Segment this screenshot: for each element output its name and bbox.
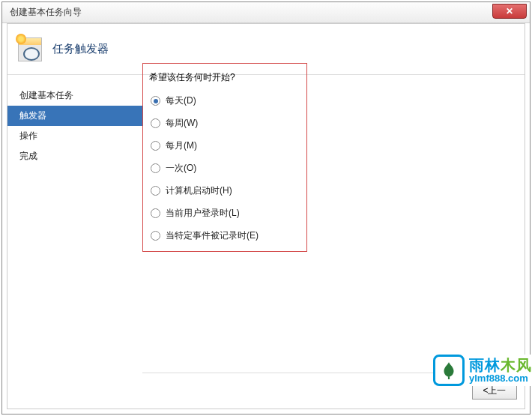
radio-icon [151, 163, 160, 173]
watermark-text: 雨林木风 ylmf888.com [469, 357, 532, 384]
window-title: 创建基本任务向导 [10, 6, 82, 19]
watermark-cn-part2: 木风 [501, 357, 532, 373]
watermark-cn: 雨林木风 [469, 357, 532, 373]
radio-once[interactable]: 一次(O) [151, 162, 299, 175]
close-button[interactable]: ✕ [492, 4, 527, 19]
radio-label: 每周(W) [166, 117, 198, 130]
watermark-url: ylmf888.com [469, 373, 532, 384]
radio-label: 当前用户登录时(L) [166, 207, 240, 220]
sidebar: 创建基本任务 触发器 操作 完成 [7, 75, 142, 409]
prompt-text: 希望该任务何时开始? [149, 71, 299, 84]
close-icon: ✕ [506, 6, 513, 16]
sidebar-item-finish[interactable]: 完成 [7, 146, 142, 166]
radio-monthly[interactable]: 每月(M) [151, 139, 299, 152]
watermark-logo-icon [433, 355, 465, 386]
sidebar-item-label: 完成 [19, 151, 37, 161]
page-title: 任务触发器 [52, 42, 109, 56]
trigger-options-group: 希望该任务何时开始? 每天(D) 每周(W) 每月(M) [142, 63, 307, 252]
radio-label: 计算机启动时(H) [166, 184, 232, 197]
radio-icon [151, 208, 160, 218]
task-scheduler-icon [18, 37, 42, 61]
sidebar-item-trigger[interactable]: 触发器 [7, 106, 142, 126]
titlebar: 创建基本任务向导 ✕ [2, 2, 530, 23]
radio-label: 每天(D) [166, 94, 196, 107]
radio-label: 一次(O) [166, 162, 196, 175]
inner-panel: 任务触发器 创建基本任务 触发器 操作 完成 希望该任务何时开始? [7, 23, 525, 409]
radio-icon [151, 141, 160, 151]
radio-daily[interactable]: 每天(D) [151, 94, 299, 107]
radio-icon [151, 96, 160, 106]
radio-icon [151, 231, 160, 241]
sidebar-item-label: 操作 [19, 130, 37, 141]
back-button-label: <上一 [483, 385, 506, 397]
watermark: 雨林木风 ylmf888.com [433, 355, 532, 386]
radio-on-startup[interactable]: 计算机启动时(H) [151, 184, 299, 197]
radio-icon [151, 186, 160, 196]
radio-icon [151, 118, 160, 128]
radio-label: 每月(M) [166, 139, 197, 152]
sidebar-item-action[interactable]: 操作 [7, 126, 142, 146]
radio-label: 当特定事件被记录时(E) [166, 229, 259, 242]
watermark-cn-part1: 雨林 [469, 357, 501, 373]
sidebar-item-label: 触发器 [19, 110, 46, 121]
radio-weekly[interactable]: 每周(W) [151, 117, 299, 130]
radio-on-logon[interactable]: 当前用户登录时(L) [151, 207, 299, 220]
radio-on-event[interactable]: 当特定事件被记录时(E) [151, 229, 299, 242]
sidebar-item-create-basic-task[interactable]: 创建基本任务 [7, 85, 142, 106]
wizard-window: 创建基本任务向导 ✕ 任务触发器 创建基本任务 触发器 操作 完成 [1, 1, 531, 415]
sidebar-item-label: 创建基本任务 [19, 90, 73, 100]
